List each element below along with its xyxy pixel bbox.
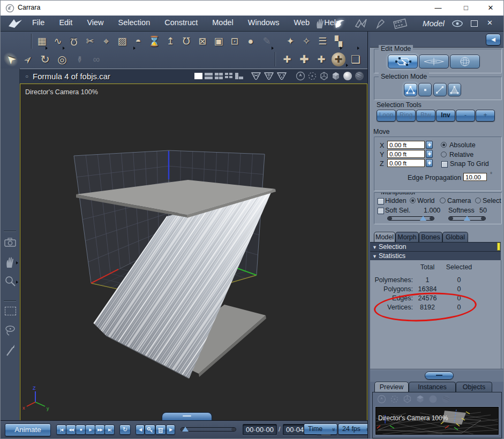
delete-keyframe-button[interactable] [155,425,166,435]
time-mode-dropdown[interactable]: Time « [304,423,337,435]
fps-dropdown[interactable]: 24 fps « [338,423,372,435]
go-start-button[interactable]: |◀ [56,425,66,435]
layout-l-shape-icon[interactable] [235,73,243,79]
camera-up-icon[interactable] [296,71,305,81]
textured-sphere-icon[interactable] [441,395,450,404]
current-time-field[interactable]: 00·00·00 [243,424,277,435]
dome-tool-icon[interactable]: ◓ [130,36,146,47]
z-stepper[interactable] [426,159,433,167]
menu-file[interactable]: File [31,18,46,27]
model-mode-2-icon[interactable]: ✧ [298,35,314,47]
delete-box-tool-icon[interactable]: ⊠ [194,35,210,47]
move-tool-icon[interactable]: ➢ [18,49,38,70]
move-z-input[interactable] [387,159,425,167]
go-end-button[interactable]: ▶| [104,425,115,435]
menu-web[interactable]: Web [292,18,312,27]
free-rotate-icon[interactable] [390,395,399,404]
edit-mode-vertex-button[interactable] [388,55,418,69]
scrubber-thumb[interactable] [182,427,189,432]
selection-radio[interactable] [475,198,481,203]
shrink-selection-button[interactable]: - [456,110,475,122]
fast-forward-button[interactable]: ▶▶ [95,425,105,435]
minimize-button[interactable]: — [429,3,447,13]
cube-tool-icon[interactable]: ▣ [210,35,227,47]
edit-mode-global-button[interactable] [450,55,480,69]
x-stepper[interactable] [426,141,433,149]
snap-to-grid-checkbox[interactable] [441,161,448,168]
camera-radio[interactable] [440,198,446,203]
soft-selection-checkbox[interactable] [378,208,384,214]
hidden-checkbox[interactable] [378,198,384,205]
textured-sphere-icon[interactable] [355,71,364,81]
goblet-tool-icon[interactable]: ℧ [178,35,194,47]
marquee-select-tool-icon[interactable] [5,307,16,315]
3d-scene[interactable]: Z x y Director's Camera 100% [20,84,367,420]
preview-thumbnail[interactable]: Director's Camera 100% [375,407,499,435]
texture-room-icon[interactable] [354,17,369,30]
loop-button[interactable]: Loop [377,110,396,122]
move-x-input[interactable] [387,141,425,149]
menu-view[interactable]: View [85,18,105,27]
shield-cross-icon[interactable] [264,72,274,81]
extrude-tool-icon[interactable]: ↥ [162,35,178,47]
absolute-radio[interactable] [441,142,447,148]
camera-tool-icon[interactable] [4,237,17,247]
layout-two-rows-icon[interactable] [205,73,213,79]
relative-radio[interactable] [441,152,447,157]
shaded-sphere-icon[interactable] [428,395,438,404]
sequencer-room-icon[interactable] [393,17,410,31]
y-stepper[interactable] [426,150,433,158]
panel-close-icon[interactable]: ✕ [487,19,493,27]
edit-mode-morph-button[interactable] [419,55,449,69]
menu-windows[interactable]: Windows [246,18,281,27]
menu-selection[interactable]: Selection [117,18,152,27]
add-point-tool-icon[interactable]: ⌖ [98,36,114,47]
manip-sphere-icon[interactable]: ✚ [332,52,345,66]
layout-single-icon[interactable] [194,73,202,79]
shield-dots-icon[interactable] [276,72,287,81]
move-y-input[interactable] [387,150,425,158]
model-mode-4-icon[interactable]: ▚ [330,35,347,47]
ring-button[interactable]: Ring [396,110,416,122]
manip-move-2-icon[interactable]: ✚ [296,53,312,66]
scale-tool-icon[interactable]: ◎ [54,53,70,66]
close-button[interactable]: ✕ [482,3,500,13]
soft-sel-slider[interactable] [387,216,434,221]
model-room-icon[interactable] [333,17,349,30]
lathe-tool-icon[interactable]: ⌛ [146,35,162,47]
between-button[interactable]: Btw [416,110,435,122]
tab-objects[interactable]: Objects [456,382,492,392]
scissors-tool-icon[interactable]: ✂ [82,35,98,47]
loop-button[interactable]: ↻ [119,425,131,435]
layout-quad-small-icon[interactable] [225,73,233,79]
paint-select-tool-icon[interactable] [4,344,16,358]
menu-model[interactable]: Model [210,18,235,27]
tab-bones[interactable]: Bones [419,232,442,243]
softness-slider[interactable] [448,216,486,221]
solid-cube-icon[interactable] [331,71,341,81]
soft-sel-slider-thumb[interactable] [420,216,426,221]
statistics-section-header[interactable]: ▼Statistics [370,251,501,260]
tab-model[interactable]: Model [374,232,395,243]
shield-grid-icon[interactable] [251,72,261,81]
manip-move-1-icon[interactable]: ✚ [279,54,295,65]
manip-move-3-icon[interactable]: ✚ [313,54,329,65]
panel-scroll-thumb[interactable] [497,243,500,251]
spline-tool-icon[interactable]: ∿ [50,35,66,47]
world-radio[interactable] [410,198,416,203]
assemble-room-icon[interactable] [314,17,328,30]
prev-key-button[interactable]: ◀ [136,425,145,435]
select-point-button[interactable] [418,83,432,96]
tab-morph[interactable]: Morph [395,232,419,243]
select-face-button[interactable] [448,83,461,96]
lasso-tool-icon[interactable] [4,324,17,337]
wireframe-cube-icon[interactable] [319,71,329,81]
viewport-drawer-handle[interactable] [162,412,212,420]
pan-hand-tool-icon[interactable] [4,256,16,269]
panel-collapse-button[interactable]: ◀ [486,34,501,46]
maximize-button[interactable]: □ [457,3,475,13]
selection-section-header[interactable]: ▼Selection [370,242,501,251]
wireframe-cube-icon[interactable] [403,395,412,404]
tab-preview[interactable]: Preview [374,382,409,392]
viewport-3d[interactable]: Z x y Director's Camera 100% [20,84,367,421]
